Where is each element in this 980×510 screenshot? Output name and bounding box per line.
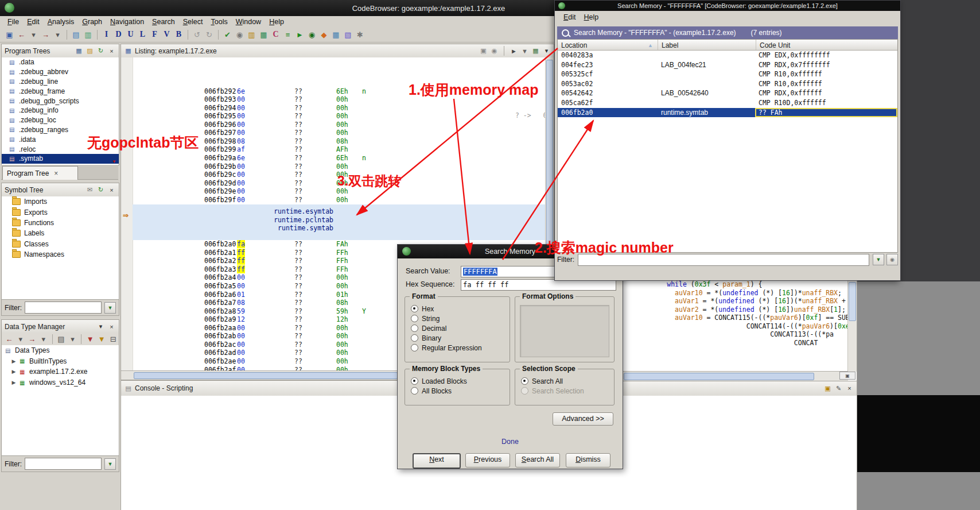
decompile-line[interactable]: 78 auVar10 = *(undefined (*) [16])*unaff…: [608, 289, 848, 298]
decompile-line[interactable]: 79 auVar1 = *(undefined (*) [16])(*unaff…: [608, 297, 848, 306]
format-binary-radio[interactable]: Binary: [405, 333, 510, 343]
program-tree-item-symtab[interactable]: ▤.symtab: [2, 154, 119, 164]
result-row-006fb2a0[interactable]: 006fb2a0runtime.symtab?? FAh: [558, 108, 897, 118]
menu-item-tools[interactable]: Tools: [207, 18, 231, 26]
results-menu-item-edit[interactable]: Edit: [559, 13, 580, 21]
decompile-line[interactable]: 85: [608, 347, 848, 356]
scrollbar-thumb[interactable]: [624, 373, 814, 380]
previous-button[interactable]: Previous: [465, 453, 510, 468]
listing-row-006fb29a[interactable]: 006fb29a6e??6Ehn: [133, 154, 546, 163]
menu-item-file[interactable]: File: [3, 18, 23, 26]
symbol-tree-item-exports[interactable]: Exports: [2, 207, 119, 217]
decompile-line[interactable]: 84 CONCAT: [608, 339, 848, 347]
result-row-0053ac02[interactable]: 0053ac02CMP R10,0xffffff: [558, 79, 897, 89]
menu-item-edit[interactable]: Edit: [23, 18, 44, 26]
datatype-item-example1-17-2-exe[interactable]: ▶▦example1.17.2.exe: [2, 366, 119, 377]
decompile-horizontal-scrollbar[interactable]: [608, 371, 848, 381]
scroll-more-icon[interactable]: ▼: [112, 159, 116, 164]
result-row-0040283a[interactable]: 0040283aCMP EDX,0xffffffff: [558, 51, 897, 60]
program-tree-item-zdebug_frame[interactable]: ▤.zdebug_frame: [2, 86, 119, 96]
program-tree-item-zdebug_abbrev[interactable]: ▤.zdebug_abbrev: [2, 67, 119, 77]
symbol-tree-item-classes[interactable]: Classes: [2, 239, 119, 249]
filter-options-icon[interactable]: ◉: [886, 254, 898, 265]
tree-view-icon[interactable]: ▦: [75, 47, 83, 55]
column-header-code-unit[interactable]: Code Unit: [756, 40, 897, 50]
mail-icon[interactable]: ✉: [85, 186, 94, 194]
table-icon[interactable]: ▦: [330, 29, 341, 40]
refresh-icon[interactable]: ↻: [96, 47, 105, 55]
incoming-refs-icon[interactable]: ▥: [83, 29, 94, 40]
format-string-radio[interactable]: String: [405, 314, 510, 323]
scope-search-all-radio[interactable]: Search All: [515, 376, 614, 386]
dismiss-button[interactable]: Dismiss: [566, 453, 610, 468]
variable-icon[interactable]: V: [161, 29, 172, 40]
listing-row-006fb29d[interactable]: 006fb29d00??00h: [133, 179, 546, 188]
expand-icon[interactable]: ▶: [11, 369, 17, 374]
menu-item-graph[interactable]: Graph: [78, 18, 106, 26]
results-menu-item-help[interactable]: Help: [580, 13, 603, 21]
forward-dropdown-icon[interactable]: ▾: [38, 334, 49, 345]
expand-icon[interactable]: ▶: [11, 358, 17, 364]
menu-dropdown-icon[interactable]: ▾: [542, 47, 551, 55]
snapshot-icon[interactable]: ◉: [490, 47, 499, 55]
data-types-root[interactable]: ▤Data Types: [2, 345, 119, 356]
menu-item-window[interactable]: Window: [232, 18, 265, 26]
listing-row-006fb298[interactable]: 006fb29808??08h: [133, 137, 546, 146]
listing-row-006fb294[interactable]: 006fb29400??00h: [133, 104, 546, 113]
decompile-line[interactable]: 86: [608, 356, 848, 364]
program-tree-item-debug_gdb_scripts[interactable]: ▤.debug_gdb_scripts: [2, 96, 119, 106]
forward-dropdown-icon[interactable]: ▾: [52, 29, 63, 40]
program-tree-item-zdebug_ranges[interactable]: ▤.zdebug_ranges: [2, 125, 119, 135]
filter-options-icon[interactable]: ▼: [104, 458, 116, 470]
column-header-location[interactable]: Location ▲: [558, 40, 658, 50]
close-icon[interactable]: ×: [845, 384, 854, 393]
decompile-line[interactable]: 80 auVar2 = *(undefined (*) [16])unaff_R…: [608, 306, 848, 314]
save-icon[interactable]: ▣: [4, 29, 15, 40]
script-manager-icon[interactable]: ◉: [306, 29, 317, 40]
scrollbar-thumb[interactable]: [849, 282, 856, 321]
checkout-icon[interactable]: ▧: [343, 29, 353, 40]
listing-row-006fb29f[interactable]: 006fb29f00??00h: [133, 196, 546, 204]
datatype-item-builtintypes[interactable]: ▶▦BuiltInTypes: [2, 356, 119, 367]
scope-search-selection-radio[interactable]: Search Selection: [515, 386, 614, 396]
hex-sequence-input[interactable]: fa ff ff ff: [461, 279, 616, 291]
program-tree-item-zdebug_line[interactable]: ▤.zdebug_line: [2, 77, 119, 87]
listing-label[interactable]: runtime.symtab: [133, 224, 333, 233]
result-row-005ca62f[interactable]: 005ca62fCMP R10D,0xffffff: [558, 98, 897, 108]
redo-icon[interactable]: ↻: [204, 29, 215, 40]
filter-off-icon[interactable]: ▼: [85, 334, 95, 345]
back-icon[interactable]: ←: [4, 334, 14, 345]
memory-map-icon[interactable]: ▦: [258, 29, 269, 40]
data-type-manager-filter-input[interactable]: [25, 458, 102, 470]
memory-block-all-blocks-radio[interactable]: All Blocks: [405, 386, 510, 396]
symbol-tree-item-functions[interactable]: Functions: [2, 218, 119, 228]
close-icon[interactable]: ×: [107, 186, 116, 194]
instruction-icon[interactable]: I: [101, 29, 112, 40]
decompile-line[interactable]: 81 auVar10 = CONCAT115(-((*pauVar6)[0xf]…: [608, 314, 848, 322]
cursor-location-icon[interactable]: ►: [510, 47, 518, 55]
symbol-tree-item-imports[interactable]: Imports: [2, 196, 119, 207]
label-icon[interactable]: L: [137, 29, 148, 40]
scrollbar-thumb[interactable]: [134, 372, 398, 379]
expand-icon[interactable]: ▶: [11, 380, 17, 385]
listing-label[interactable]: runtime.pclntab: [133, 216, 333, 225]
program-tree-item-zdebug_loc[interactable]: ▤.zdebug_loc: [2, 115, 119, 125]
lock-icon[interactable]: ▣: [823, 384, 832, 393]
filter-options-icon[interactable]: ▼: [104, 302, 116, 314]
listing-row-006fb293[interactable]: 006fb29300??00h: [133, 95, 546, 104]
data-icon[interactable]: D: [113, 29, 124, 40]
menu-item-analysis[interactable]: Analysis: [44, 18, 79, 26]
menu-item-help[interactable]: Help: [265, 18, 288, 26]
results-titlebar[interactable]: Search Memory - "FFFFFFFA" [CodeBrowser:…: [555, 1, 900, 11]
close-icon[interactable]: ×: [107, 47, 116, 55]
symbol-tree-item-labels[interactable]: Labels: [2, 228, 119, 238]
validate-icon[interactable]: ✔: [222, 29, 233, 40]
undo-icon[interactable]: ↺: [192, 29, 203, 40]
listing-label[interactable]: runtime.esymtab: [133, 207, 333, 216]
memory-block-loaded-blocks-radio[interactable]: Loaded Blocks: [405, 376, 510, 386]
open-folder-icon[interactable]: ▨: [85, 47, 94, 55]
back-icon[interactable]: ←: [16, 29, 27, 40]
program-tree-item-data[interactable]: ▤.data: [2, 57, 119, 67]
listing-row-006fb29c[interactable]: 006fb29c00??00h: [133, 171, 546, 179]
back-dropdown-icon[interactable]: ▾: [28, 29, 39, 40]
